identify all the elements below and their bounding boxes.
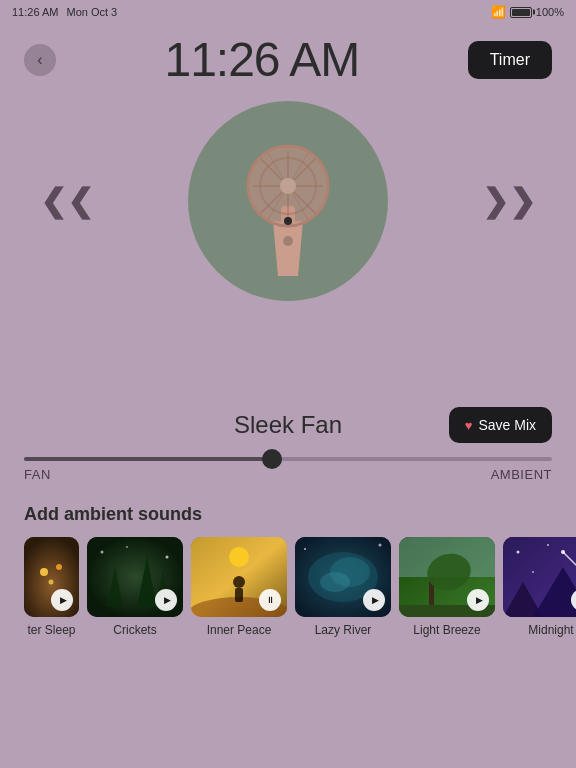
ambient-thumb-lazy-river: ▶ [295, 537, 391, 617]
status-left: 11:26 AM Mon Oct 3 [12, 6, 117, 18]
svg-point-11 [280, 178, 296, 194]
play-overlay: ▶ [51, 589, 73, 611]
ambient-thumb-inner-peace: ⏸ [191, 537, 287, 617]
list-item[interactable]: ⏸ Inner Peace [191, 537, 287, 637]
svg-point-49 [561, 550, 565, 554]
ambient-thumb-midnight: ▶ [503, 537, 576, 617]
back-icon: ‹ [37, 52, 42, 68]
header: ‹ 11:26 AM Timer [0, 24, 576, 91]
main-content: ❮❮ [0, 91, 576, 637]
list-item[interactable]: ▶ ter Sleep [24, 537, 79, 637]
ambient-label: AMBIENT [491, 467, 552, 482]
slider-thumb[interactable] [262, 449, 282, 469]
svg-point-23 [126, 546, 128, 548]
ambient-section: Add ambient sounds [0, 488, 576, 637]
timer-button[interactable]: Timer [468, 41, 552, 79]
svg-point-34 [304, 548, 306, 550]
fan-section: ❮❮ [0, 101, 576, 301]
next-arrow-icon: ❯❯ [482, 183, 536, 219]
svg-point-43 [517, 551, 520, 554]
ambient-card-label: Crickets [113, 623, 156, 637]
ambient-thumb-crickets: ▶ [87, 537, 183, 617]
time-display: 11:26 AM [164, 32, 359, 87]
svg-point-13 [283, 236, 293, 246]
next-sound-button[interactable]: ❯❯ [482, 185, 536, 217]
status-time: 11:26 AM [12, 6, 58, 18]
ambient-thumb-light-breeze: ▶ [399, 537, 495, 617]
svg-point-29 [229, 547, 249, 567]
svg-point-22 [101, 551, 104, 554]
play-overlay: ▶ [155, 589, 177, 611]
status-date: Mon Oct 3 [66, 6, 117, 18]
sound-name-label: Sleek Fan [234, 411, 342, 439]
svg-point-12 [284, 217, 292, 225]
status-bar: 11:26 AM Mon Oct 3 📶 100% [0, 0, 576, 24]
ambient-card-label: Light Breeze [413, 623, 480, 637]
svg-rect-28 [235, 588, 243, 602]
svg-point-44 [547, 544, 549, 546]
svg-point-24 [166, 556, 169, 559]
prev-sound-button[interactable]: ❮❮ [40, 185, 94, 217]
svg-point-33 [320, 572, 350, 592]
slider-labels: FAN AMBIENT [24, 467, 552, 482]
svg-point-16 [56, 564, 62, 570]
prev-arrow-icon: ❮❮ [40, 183, 94, 219]
list-item[interactable]: ▶ Light Breeze [399, 537, 495, 637]
slider-fill [24, 457, 272, 461]
ambient-card-label: ter Sleep [27, 623, 75, 637]
svg-point-27 [233, 576, 245, 588]
list-item[interactable]: ▶ Midnight [503, 537, 576, 637]
svg-marker-0 [273, 221, 303, 276]
play-overlay: ▶ [363, 589, 385, 611]
ambient-scroll: ▶ ter Sleep [24, 537, 576, 637]
ambient-section-title: Add ambient sounds [24, 504, 576, 525]
list-item[interactable]: ▶ Crickets [87, 537, 183, 637]
status-right: 📶 100% [491, 5, 564, 19]
pause-overlay: ⏸ [259, 589, 281, 611]
ambient-card-label: Inner Peace [207, 623, 272, 637]
fan-label: FAN [24, 467, 51, 482]
sound-name-row: Sleek Fan ♥ Save Mix [0, 411, 576, 439]
svg-point-46 [532, 571, 534, 573]
svg-point-15 [40, 568, 48, 576]
save-mix-button[interactable]: ♥ Save Mix [449, 407, 552, 443]
fan-illustration [213, 121, 363, 281]
slider-area: FAN AMBIENT [0, 439, 576, 488]
play-overlay: ▶ [467, 589, 489, 611]
battery-label: 100% [536, 6, 564, 18]
svg-point-35 [379, 544, 382, 547]
save-mix-label: Save Mix [478, 417, 536, 433]
back-button[interactable]: ‹ [24, 44, 56, 76]
battery-icon [510, 7, 532, 18]
fan-image-circle [188, 101, 388, 301]
svg-point-17 [49, 580, 54, 585]
heart-icon: ♥ [465, 418, 473, 433]
mix-slider-track [24, 457, 552, 461]
list-item[interactable]: ▶ Lazy River [295, 537, 391, 637]
ambient-card-label: Midnight [528, 623, 573, 637]
ambient-card-label: Lazy River [315, 623, 372, 637]
wifi-icon: 📶 [491, 5, 506, 19]
ambient-thumb-ter-sleep: ▶ [24, 537, 79, 617]
